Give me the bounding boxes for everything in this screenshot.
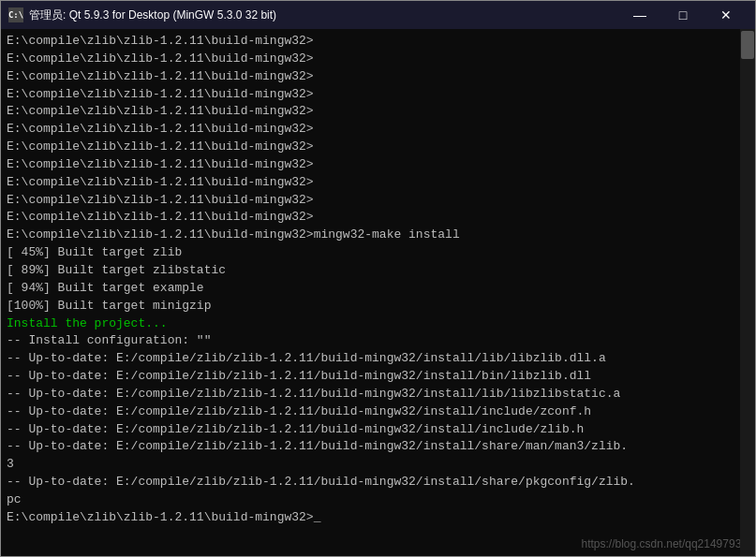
terminal-line: -- Up-to-date: E:/compile/zlib/zlib-1.2.… xyxy=(7,368,749,386)
terminal-line: E:\compile\zlib\zlib-1.2.11\build-mingw3… xyxy=(7,33,749,51)
terminal-line: E:\compile\zlib\zlib-1.2.11\build-mingw3… xyxy=(7,86,749,104)
terminal-line: E:\compile\zlib\zlib-1.2.11\build-mingw3… xyxy=(7,509,749,527)
terminal-line: E:\compile\zlib\zlib-1.2.11\build-mingw3… xyxy=(7,139,749,156)
minimize-button[interactable]: — xyxy=(618,1,661,29)
terminal-line: E:\compile\zlib\zlib-1.2.11\build-mingw3… xyxy=(7,103,749,121)
terminal-line: E:\compile\zlib\zlib-1.2.11\build-mingw3… xyxy=(7,68,749,86)
terminal-line: [100%] Built target minigzip xyxy=(7,298,749,315)
terminal-line: -- Up-to-date: E:/compile/zlib/zlib-1.2.… xyxy=(7,386,749,403)
window-title: 管理员: Qt 5.9.3 for Desktop (MinGW 5.3.0 3… xyxy=(29,7,618,23)
title-bar: C:\ 管理员: Qt 5.9.3 for Desktop (MinGW 5.3… xyxy=(1,1,755,29)
terminal-line: -- Up-to-date: E:/compile/zlib/zlib-1.2.… xyxy=(7,350,749,368)
terminal-line: E:\compile\zlib\zlib-1.2.11\build-mingw3… xyxy=(7,121,749,139)
terminal-line: E:\compile\zlib\zlib-1.2.11\build-mingw3… xyxy=(7,209,749,227)
terminal-output: E:\compile\zlib\zlib-1.2.11\build-mingw3… xyxy=(1,29,755,534)
watermark: https://blog.csdn.net/qq21497936 xyxy=(582,537,748,550)
terminal-line: [ 89%] Built target zlibstatic xyxy=(7,262,749,280)
terminal-window: C:\ 管理员: Qt 5.9.3 for Desktop (MinGW 5.3… xyxy=(0,0,756,557)
window-controls: — □ ✕ xyxy=(618,1,748,29)
terminal-line: E:\compile\zlib\zlib-1.2.11\build-mingw3… xyxy=(7,192,749,210)
terminal-line: 3 xyxy=(7,456,749,474)
terminal-line: E:\compile\zlib\zlib-1.2.11\build-mingw3… xyxy=(7,51,749,68)
maximize-button[interactable]: □ xyxy=(661,1,704,29)
terminal-line: E:\compile\zlib\zlib-1.2.11\build-mingw3… xyxy=(7,227,749,244)
terminal-line: [ 45%] Built target zlib xyxy=(7,244,749,262)
terminal-line: [ 94%] Built target example xyxy=(7,280,749,298)
terminal-line: E:\compile\zlib\zlib-1.2.11\build-mingw3… xyxy=(7,156,749,174)
terminal-line: -- Up-to-date: E:/compile/zlib/zlib-1.2.… xyxy=(7,403,749,421)
terminal-line: Install the project... xyxy=(7,315,749,333)
app-icon: C:\ xyxy=(8,7,23,22)
terminal-line: -- Up-to-date: E:/compile/zlib/zlib-1.2.… xyxy=(7,438,749,456)
terminal-line: -- Up-to-date: E:/compile/zlib/zlib-1.2.… xyxy=(7,474,749,491)
scrollbar[interactable] xyxy=(740,29,755,556)
terminal-line: E:\compile\zlib\zlib-1.2.11\build-mingw3… xyxy=(7,174,749,192)
terminal-line: -- Install configuration: "" xyxy=(7,332,749,350)
close-button[interactable]: ✕ xyxy=(704,1,748,29)
terminal-body[interactable]: E:\compile\zlib\zlib-1.2.11\build-mingw3… xyxy=(1,29,755,556)
scrollbar-thumb[interactable] xyxy=(741,31,754,59)
terminal-line: pc xyxy=(7,491,749,509)
terminal-line: -- Up-to-date: E:/compile/zlib/zlib-1.2.… xyxy=(7,421,749,439)
